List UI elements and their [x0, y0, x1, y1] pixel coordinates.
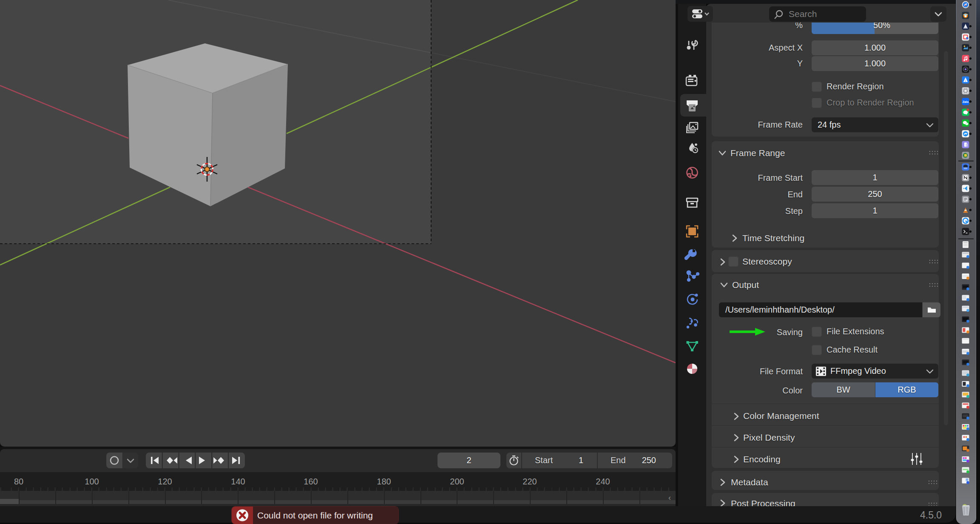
svg-text:Zalo: Zalo	[963, 100, 969, 103]
